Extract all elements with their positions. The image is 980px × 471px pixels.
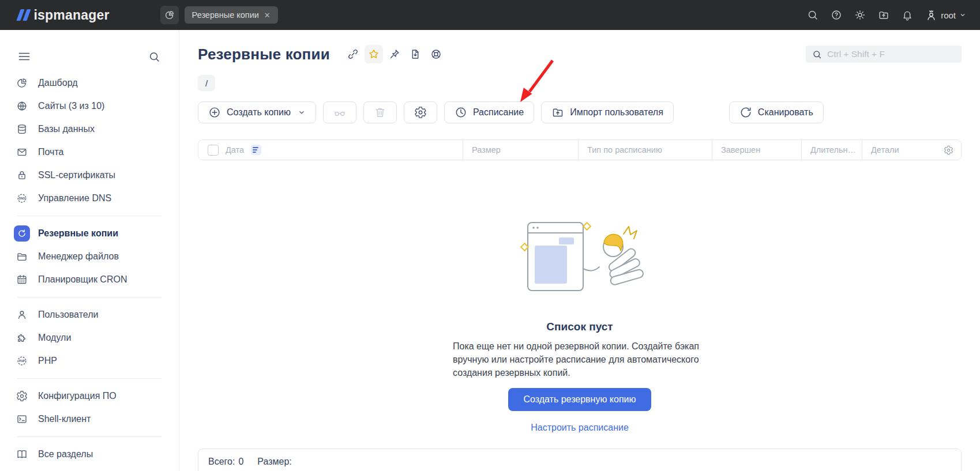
lifebuoy-icon[interactable] [427, 45, 445, 63]
help-icon[interactable] [830, 9, 843, 21]
sidebar-item-sites[interactable]: Сайты (3 из 10) [0, 95, 179, 118]
column-header-details[interactable]: Детали [871, 145, 899, 155]
sidebar-item-label: Менеджер файлов [38, 251, 119, 262]
php-icon: PHP [14, 353, 30, 369]
breadcrumb[interactable]: / [198, 75, 215, 91]
logo-text: ispmanager [34, 7, 110, 23]
sidebar-divider [17, 216, 162, 216]
refresh-icon [739, 106, 752, 119]
pin-icon[interactable] [385, 45, 404, 63]
folder-up-icon [551, 106, 564, 119]
sidebar-item-label: Дашборд [38, 78, 78, 88]
search-placeholder: Ctrl + Shift + F [827, 49, 885, 59]
total-label: Всего: [208, 457, 235, 467]
sidebar-item-mail[interactable]: Почта [0, 141, 179, 164]
dashboard-tab-button[interactable] [160, 6, 179, 24]
close-icon[interactable]: ✕ [264, 11, 271, 20]
calendar-icon [14, 272, 30, 288]
sidebar-divider [17, 436, 162, 437]
search-input[interactable]: Ctrl + Shift + F [806, 46, 962, 63]
globe-icon [14, 98, 30, 114]
star-icon[interactable] [365, 45, 383, 63]
sidebar-item-modules[interactable]: Модули [0, 326, 179, 349]
column-header-size[interactable]: Размер [472, 145, 501, 155]
empty-state-title: Список пуст [546, 321, 613, 333]
sidebar-item-label: Конфигурация ПО [38, 391, 117, 401]
sidebar-item-ssl[interactable]: SSL-сертификаты [0, 164, 179, 187]
sidebar-item-file-manager[interactable]: Менеджер файлов [0, 245, 179, 268]
view-button[interactable] [323, 101, 356, 123]
import-user-label: Импорт пользователя [570, 107, 663, 118]
user-menu[interactable]: root [925, 9, 966, 21]
tab-bar: Резервные копии ✕ [160, 6, 278, 24]
username: root [941, 10, 956, 20]
pie-chart-icon [164, 10, 175, 20]
sidebar: Дашборд Сайты (3 из 10) Базы данных Почт… [0, 30, 179, 471]
dns-icon: DNS [14, 190, 30, 206]
sidebar-item-cron[interactable]: Планировщик CRON [0, 268, 179, 291]
scan-button[interactable]: Сканировать [729, 101, 824, 123]
database-icon [14, 121, 30, 137]
total-value: 0 [238, 457, 243, 467]
column-header-completed[interactable]: Завершен [721, 145, 760, 155]
bell-icon[interactable] [901, 9, 914, 21]
settings-button[interactable] [404, 101, 437, 123]
sidebar-item-backups[interactable]: Резервные копии [0, 222, 179, 245]
doc-export-icon[interactable] [406, 45, 425, 63]
sidebar-item-dashboard[interactable]: Дашборд [0, 71, 179, 95]
book-icon [14, 446, 30, 462]
sidebar-item-databases[interactable]: Базы данных [0, 118, 179, 141]
svg-text:DNS: DNS [19, 197, 25, 200]
users-icon [14, 307, 30, 323]
link-icon[interactable] [344, 45, 362, 63]
app-logo: ispmanager [18, 7, 110, 23]
sidebar-item-label: PHP [38, 356, 57, 366]
sidebar-item-label: Shell-клиент [38, 414, 91, 424]
schedule-label: Расписание [473, 107, 524, 118]
create-backup-button[interactable]: Создать резервную копию [508, 388, 651, 411]
summary-bar: Всего: 0 Размер: [198, 449, 962, 471]
sidebar-divider [17, 378, 162, 379]
clock-icon [455, 106, 467, 119]
schedule-button[interactable]: Расписание [444, 101, 534, 123]
terminal-icon [14, 411, 30, 427]
setup-schedule-link[interactable]: Настроить расписание [531, 423, 629, 433]
sidebar-item-software-config[interactable]: Конфигурация ПО [0, 385, 179, 408]
delete-button[interactable] [363, 101, 397, 123]
table-header: Дата Размер Тип по расписанию Завершен Д… [198, 140, 962, 160]
import-user-button[interactable]: Импорт пользователя [541, 101, 674, 123]
tab-backups[interactable]: Резервные копии ✕ [185, 6, 278, 24]
theme-icon[interactable] [854, 9, 866, 21]
menu-icon[interactable] [17, 50, 31, 63]
sidebar-search-icon[interactable] [148, 51, 160, 63]
trash-icon [374, 106, 386, 119]
mail-icon [14, 144, 30, 160]
sort-icon[interactable] [251, 145, 261, 155]
topbar-actions: root [806, 9, 966, 21]
column-header-schedule-type[interactable]: Тип по расписанию [587, 145, 662, 155]
settings-gear-icon [14, 388, 30, 404]
sidebar-item-label: Управление DNS [38, 193, 111, 204]
search-icon[interactable] [806, 9, 819, 21]
sidebar-item-users[interactable]: Пользователи [0, 303, 179, 326]
main-content: Резервные копии [179, 30, 980, 471]
page-title: Резервные копии [198, 46, 330, 63]
sidebar-item-shell[interactable]: Shell-клиент [0, 408, 179, 431]
column-header-duration[interactable]: Длительн… [810, 145, 856, 155]
svg-text:PHP: PHP [19, 359, 25, 363]
column-settings-gear-icon[interactable] [944, 145, 953, 155]
create-copy-label: Создать копию [227, 107, 291, 118]
lock-icon [14, 167, 30, 183]
sidebar-item-label: Сайты (3 из 10) [38, 101, 104, 111]
column-header-date[interactable]: Дата [226, 145, 244, 155]
page-title-actions [344, 45, 445, 63]
scan-label: Сканировать [758, 107, 813, 118]
sidebar-item-label: Пользователи [38, 310, 98, 320]
sidebar-item-php[interactable]: PHP PHP [0, 349, 179, 372]
select-all-checkbox[interactable] [208, 145, 219, 156]
sessions-icon[interactable] [877, 9, 890, 21]
sidebar-item-dns[interactable]: DNS Управление DNS [0, 187, 179, 210]
create-copy-button[interactable]: Создать копию [198, 101, 316, 123]
gear-icon [414, 106, 427, 119]
sidebar-item-all-sections[interactable]: Все разделы [0, 443, 179, 466]
